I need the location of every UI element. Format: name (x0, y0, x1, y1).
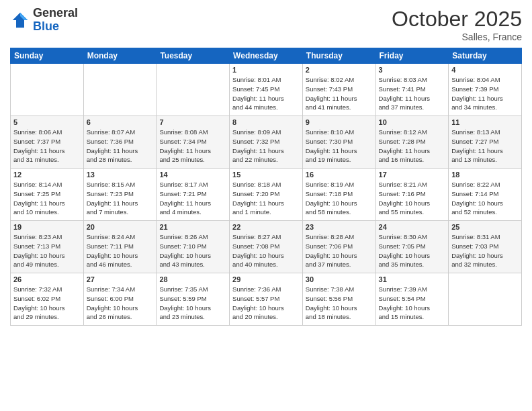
calendar-header-row: Sunday Monday Tuesday Wednesday Thursday… (11, 48, 522, 64)
calendar-cell: 7Sunrise: 8:08 AM Sunset: 7:34 PM Daylig… (157, 116, 230, 169)
day-number: 16 (306, 171, 373, 179)
day-info: Sunrise: 7:32 AM Sunset: 6:02 PM Dayligh… (13, 285, 81, 322)
calendar-cell: 16Sunrise: 8:19 AM Sunset: 7:18 PM Dayli… (302, 169, 375, 221)
day-info: Sunrise: 8:13 AM Sunset: 7:27 PM Dayligh… (451, 128, 519, 165)
day-number: 14 (159, 171, 226, 179)
calendar: Sunday Monday Tuesday Wednesday Thursday… (10, 48, 522, 326)
day-info: Sunrise: 8:04 AM Sunset: 7:39 PM Dayligh… (451, 75, 519, 112)
day-number: 6 (87, 118, 154, 126)
day-number: 22 (232, 223, 300, 231)
day-info: Sunrise: 8:21 AM Sunset: 7:16 PM Dayligh… (379, 180, 446, 217)
day-info: Sunrise: 8:08 AM Sunset: 7:34 PM Dayligh… (159, 128, 226, 165)
day-info: Sunrise: 8:02 AM Sunset: 7:43 PM Dayligh… (306, 75, 373, 112)
calendar-cell: 22Sunrise: 8:27 AM Sunset: 7:08 PM Dayli… (230, 221, 303, 273)
calendar-cell: 3Sunrise: 8:03 AM Sunset: 7:41 PM Daylig… (375, 64, 449, 116)
day-info: Sunrise: 7:34 AM Sunset: 6:00 PM Dayligh… (87, 285, 154, 322)
col-thursday: Thursday (302, 48, 375, 64)
calendar-week-row: 1Sunrise: 8:01 AM Sunset: 7:45 PM Daylig… (11, 64, 522, 116)
col-saturday: Saturday (449, 48, 522, 64)
day-number: 10 (379, 118, 446, 126)
day-number: 17 (379, 171, 446, 179)
col-tuesday: Tuesday (157, 48, 230, 64)
day-info: Sunrise: 8:10 AM Sunset: 7:30 PM Dayligh… (306, 128, 373, 165)
logo-general-text: General (33, 7, 78, 20)
day-number: 4 (451, 66, 519, 74)
day-number: 21 (159, 223, 226, 231)
calendar-cell: 21Sunrise: 8:26 AM Sunset: 7:10 PM Dayli… (157, 221, 230, 273)
calendar-cell (157, 64, 230, 116)
day-info: Sunrise: 7:39 AM Sunset: 5:54 PM Dayligh… (379, 285, 446, 322)
day-info: Sunrise: 8:06 AM Sunset: 7:37 PM Dayligh… (13, 128, 81, 165)
col-sunday: Sunday (11, 48, 84, 64)
calendar-cell: 24Sunrise: 8:30 AM Sunset: 7:05 PM Dayli… (375, 221, 449, 273)
calendar-cell: 1Sunrise: 8:01 AM Sunset: 7:45 PM Daylig… (230, 64, 303, 116)
col-friday: Friday (375, 48, 449, 64)
month-title: October 2025 (392, 7, 522, 32)
calendar-cell: 18Sunrise: 8:22 AM Sunset: 7:14 PM Dayli… (449, 169, 522, 221)
day-info: Sunrise: 8:28 AM Sunset: 7:06 PM Dayligh… (306, 232, 373, 269)
day-number: 11 (451, 118, 519, 126)
calendar-cell: 12Sunrise: 8:14 AM Sunset: 7:25 PM Dayli… (11, 169, 84, 221)
calendar-cell: 11Sunrise: 8:13 AM Sunset: 7:27 PM Dayli… (449, 116, 522, 169)
day-info: Sunrise: 7:36 AM Sunset: 5:57 PM Dayligh… (232, 285, 300, 322)
day-number: 23 (306, 223, 373, 231)
calendar-cell (11, 64, 84, 116)
day-number: 8 (232, 118, 300, 126)
day-info: Sunrise: 8:18 AM Sunset: 7:20 PM Dayligh… (232, 180, 300, 217)
day-number: 25 (451, 223, 519, 231)
day-number: 9 (306, 118, 373, 126)
calendar-cell: 17Sunrise: 8:21 AM Sunset: 7:16 PM Dayli… (375, 169, 449, 221)
day-number: 30 (306, 275, 373, 283)
day-info: Sunrise: 8:30 AM Sunset: 7:05 PM Dayligh… (379, 232, 446, 269)
day-number: 12 (13, 171, 81, 179)
day-info: Sunrise: 8:07 AM Sunset: 7:36 PM Dayligh… (87, 128, 154, 165)
day-number: 19 (13, 223, 81, 231)
calendar-cell: 4Sunrise: 8:04 AM Sunset: 7:39 PM Daylig… (449, 64, 522, 116)
day-number: 26 (13, 275, 81, 283)
calendar-cell: 28Sunrise: 7:35 AM Sunset: 5:59 PM Dayli… (157, 273, 230, 326)
calendar-cell: 2Sunrise: 8:02 AM Sunset: 7:43 PM Daylig… (302, 64, 375, 116)
calendar-cell: 27Sunrise: 7:34 AM Sunset: 6:00 PM Dayli… (83, 273, 157, 326)
calendar-cell: 20Sunrise: 8:24 AM Sunset: 7:11 PM Dayli… (83, 221, 157, 273)
day-number: 2 (306, 66, 373, 74)
calendar-cell: 8Sunrise: 8:09 AM Sunset: 7:32 PM Daylig… (230, 116, 303, 169)
day-number: 20 (87, 223, 154, 231)
col-monday: Monday (83, 48, 157, 64)
day-number: 28 (159, 275, 226, 283)
day-info: Sunrise: 8:17 AM Sunset: 7:21 PM Dayligh… (159, 180, 226, 217)
logo-text: General Blue (33, 7, 78, 34)
logo-blue-text: Blue (33, 20, 78, 34)
title-block: October 2025 Salles, France (392, 7, 522, 42)
day-number: 7 (159, 118, 226, 126)
calendar-cell: 30Sunrise: 7:38 AM Sunset: 5:56 PM Dayli… (302, 273, 375, 326)
day-number: 5 (13, 118, 81, 126)
day-info: Sunrise: 7:35 AM Sunset: 5:59 PM Dayligh… (159, 285, 226, 322)
page: General Blue October 2025 Salles, France… (0, 0, 532, 411)
location: Salles, France (392, 32, 522, 42)
day-number: 15 (232, 171, 300, 179)
day-number: 3 (379, 66, 446, 74)
day-info: Sunrise: 8:22 AM Sunset: 7:14 PM Dayligh… (451, 180, 519, 217)
day-info: Sunrise: 8:15 AM Sunset: 7:23 PM Dayligh… (87, 180, 154, 217)
day-number: 1 (232, 66, 300, 74)
day-number: 31 (379, 275, 446, 283)
calendar-week-row: 26Sunrise: 7:32 AM Sunset: 6:02 PM Dayli… (11, 273, 522, 326)
calendar-cell (83, 64, 157, 116)
calendar-cell: 29Sunrise: 7:36 AM Sunset: 5:57 PM Dayli… (230, 273, 303, 326)
calendar-cell: 13Sunrise: 8:15 AM Sunset: 7:23 PM Dayli… (83, 169, 157, 221)
calendar-cell: 9Sunrise: 8:10 AM Sunset: 7:30 PM Daylig… (302, 116, 375, 169)
day-info: Sunrise: 7:38 AM Sunset: 5:56 PM Dayligh… (306, 285, 373, 322)
day-info: Sunrise: 8:01 AM Sunset: 7:45 PM Dayligh… (232, 75, 300, 112)
logo-icon (10, 10, 30, 30)
calendar-cell: 5Sunrise: 8:06 AM Sunset: 7:37 PM Daylig… (11, 116, 84, 169)
day-info: Sunrise: 8:23 AM Sunset: 7:13 PM Dayligh… (13, 232, 81, 269)
day-info: Sunrise: 8:19 AM Sunset: 7:18 PM Dayligh… (306, 180, 373, 217)
day-info: Sunrise: 8:03 AM Sunset: 7:41 PM Dayligh… (379, 75, 446, 112)
day-number: 29 (232, 275, 300, 283)
day-number: 27 (87, 275, 154, 283)
day-info: Sunrise: 8:24 AM Sunset: 7:11 PM Dayligh… (87, 232, 154, 269)
calendar-cell: 10Sunrise: 8:12 AM Sunset: 7:28 PM Dayli… (375, 116, 449, 169)
col-wednesday: Wednesday (230, 48, 303, 64)
calendar-cell: 15Sunrise: 8:18 AM Sunset: 7:20 PM Dayli… (230, 169, 303, 221)
calendar-cell: 31Sunrise: 7:39 AM Sunset: 5:54 PM Dayli… (375, 273, 449, 326)
